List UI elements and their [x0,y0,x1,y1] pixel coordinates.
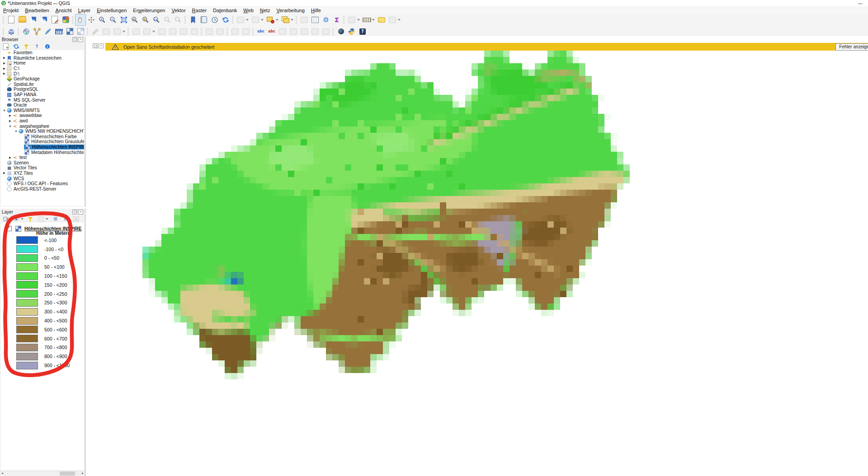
new-spatial-bookmark-button[interactable] [188,14,198,26]
layer-labeling-options-button[interactable]: abc [255,26,266,37]
add-feature-button[interactable] [131,26,142,37]
menu-raster[interactable]: Raster [189,8,210,13]
map-canvas[interactable] [85,51,868,476]
options-button[interactable]: ⚙ [321,14,331,26]
expand-arrow-icon[interactable]: ▶ [8,114,12,117]
new-project-button[interactable] [6,14,17,26]
save-project-as-button[interactable] [38,14,49,26]
new-print-layout-button[interactable] [265,14,280,26]
legend-entry-100-150[interactable]: 100 - <150 [16,271,84,280]
show-spatial-bookmarks-button[interactable] [198,14,209,26]
browser-item-ms-sql-server[interactable]: ⚑MS SQL-Server [1,97,84,103]
toggle-editing-button[interactable] [90,26,101,37]
menu-netz[interactable]: Netz [257,8,274,13]
browser-item-awgahwgahwe[interactable]: ▼awgahwgahwe [1,123,84,129]
temporal-controller-button[interactable] [209,14,220,26]
add-vector-layer-button[interactable] [32,26,42,37]
add-wms-layer-button[interactable] [21,26,32,37]
expand-arrow-icon[interactable]: ▶ [2,61,6,65]
layout-manager-button[interactable] [49,14,60,26]
undo-button[interactable] [204,26,215,37]
highlight-pinned-labels-button[interactable] [277,26,288,37]
identify-features-button[interactable] [299,14,310,26]
layers-close-button[interactable]: × [78,210,83,215]
paste-features-button[interactable] [189,26,200,37]
statistics-panel-button[interactable]: Σ [331,14,342,26]
browser-item-d[interactable]: ▶D:\ [1,71,84,76]
browser-item-wms-nw-hoehenschichten[interactable]: ▼WMS NW HOEHENSCHICHTEN [1,129,84,134]
legend-entry-900-1000[interactable]: 900 - <1000 [16,361,84,370]
close-icon[interactable]: × [99,43,104,48]
legend-entry-0-50[interactable]: 0 - <50 [16,254,84,263]
open-attribute-table-button[interactable] [310,14,321,26]
python-console-button[interactable] [346,26,357,37]
zoom-full-extent-button[interactable] [118,14,129,26]
legend-entry-300-400[interactable]: 300 - <400 [16,307,84,316]
layer-visibility-checkbox[interactable] [6,226,12,231]
legend-entry-200-250[interactable]: 200 - <250 [16,289,84,299]
map-tips-button[interactable] [376,14,387,26]
browser-item-r-umliche-lesezeichen[interactable]: ▶Räumliche Lesezeichen [1,56,84,61]
zoom-to-layer-button[interactable]: ◆ [129,14,140,26]
style-manager-button[interactable] [60,14,71,26]
browser-close-button[interactable]: × [78,37,83,42]
zoom-last-button[interactable] [162,14,173,26]
menu-vektor[interactable]: Vektor [168,8,189,13]
pan-map-button[interactable] [75,14,86,26]
open-project-button[interactable] [17,14,28,26]
collapse-arrow-icon[interactable]: ▼ [2,109,6,112]
menu-verarbeitung[interactable]: Verarbeitung [273,8,307,13]
browser-item-h-henschichten-graustufen[interactable]: Höhenschichten Graustufen [1,139,84,145]
menu-bearbeiten[interactable]: Bearbeiten [22,8,52,13]
scroll-right-arrow-icon[interactable]: ▸ [80,471,85,475]
cut-features-button[interactable] [167,26,178,37]
expand-arrow-icon[interactable]: ▶ [2,67,6,70]
zoom-next-button[interactable] [173,14,184,26]
add-spatialite-layer-button[interactable] [42,26,53,37]
layers-horizontal-scrollbar[interactable]: ◂ ▸ [0,471,85,476]
redo-button[interactable] [215,26,226,37]
browser-item-arcgis-rest-server[interactable]: ArcGIS-REST-Server [1,186,84,191]
browser-item-awawddaw[interactable]: ▶awawddaw [1,113,84,118]
scrollbar-thumb[interactable] [60,471,75,476]
show-error-button[interactable]: Fehler anzeigen [835,43,868,51]
browser-item-oracle[interactable]: Oracle [1,103,84,108]
show-hide-labels-button[interactable] [299,26,310,37]
refresh-map-button[interactable] [220,14,231,26]
browser-item-spatialite[interactable]: SpatiaLite [1,82,84,87]
menu-projekt[interactable]: Projekt [0,8,22,13]
add-virtual-layer-button[interactable] [75,26,86,37]
browser-item-szenen[interactable]: Szenen [1,160,84,165]
legend-entry-100[interactable]: <-100 [16,236,84,245]
browser-item-awd[interactable]: ▶awd [1,118,84,124]
layer-diagram-options-button[interactable]: abc [266,26,277,37]
legend-entry-100-0[interactable]: -100 - <0 [16,245,84,254]
delete-selected-button[interactable] [156,26,167,37]
save-project-button[interactable] [28,14,38,26]
browser-item-c[interactable]: ▶C:\ [1,66,84,71]
expand-arrow-icon[interactable]: ▶ [2,171,6,175]
menu-einstellungen[interactable]: Einstellungen [94,8,130,13]
new-3d-map-view-button[interactable] [250,14,265,26]
pan-to-selection-button[interactable] [86,14,97,26]
move-label-button[interactable] [310,26,321,37]
vertex-tool-button[interactable] [142,26,156,37]
legend-entry-600-700[interactable]: 600 - <700 [16,334,84,343]
new-map-view-button[interactable] [235,14,250,26]
pin-unpin-labels-button[interactable] [288,26,299,37]
browser-item-geopackage[interactable]: GeoPackage [1,76,84,82]
browser-item-h-henschichten-farbe[interactable]: Höhenschichten Farbe [1,134,84,140]
legend-entry-50-100[interactable]: 50 - <100 [16,262,84,271]
layers-float-button[interactable] [72,210,77,215]
data-source-manager-button[interactable] [6,26,17,37]
data-defined-grid-button[interactable] [346,14,361,26]
browser-item-postgresql[interactable]: PostgreSQL [1,87,84,92]
collapse-arrow-icon[interactable]: ▼ [14,130,18,133]
browser-item-favoriten[interactable]: ★Favoriten [1,50,84,56]
metasearch-button[interactable] [335,26,346,37]
menu-datenbank[interactable]: Datenbank [210,8,240,13]
zoom-to-selection-button[interactable]: ▣ [140,14,151,26]
legend-entry-700-800[interactable]: 700 - <800 [16,343,84,352]
zoom-out-button[interactable]: − [108,14,118,26]
browser-item-h-henschichten-inspire[interactable]: Höhenschichten INSPIRE [1,145,84,150]
